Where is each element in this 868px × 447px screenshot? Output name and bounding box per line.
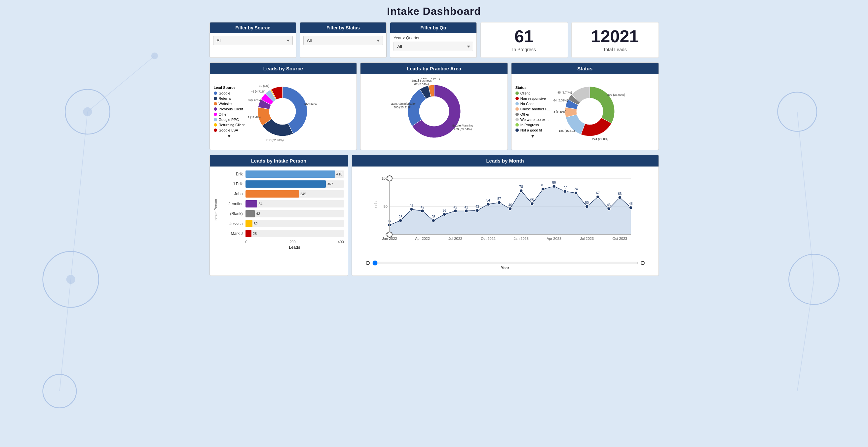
svg-text:54: 54 — [486, 198, 490, 202]
svg-text:420 (43.03%): 420 (43.03%) — [304, 102, 317, 105]
svg-point-1 — [83, 107, 92, 116]
bar-row: Jessica 32 — [219, 220, 344, 227]
bar-value: 367 — [327, 182, 333, 186]
svg-text:48: 48 — [629, 202, 633, 205]
svg-text:55: 55 — [530, 198, 534, 202]
svg-text:42: 42 — [464, 205, 468, 209]
intake-chart-header: Leads by Intake Person — [210, 155, 348, 166]
bottom-charts-row: Leads by Intake Person Intake Person Eri… — [210, 155, 659, 276]
svg-text:86: 86 — [552, 181, 556, 184]
bar-track: 28 — [246, 230, 344, 237]
source-chart-header: Leads by Source — [210, 63, 357, 74]
filter-status-select[interactable]: All Client Non-responsive No Case Chose … — [303, 36, 383, 45]
total-leads-number: 12021 — [591, 28, 639, 45]
bar-value: 32 — [254, 222, 258, 226]
svg-text:46: 46 — [607, 203, 611, 207]
top-charts-row: Leads by Source Lead Source GoogleReferr… — [210, 62, 659, 150]
svg-text:Estate Planning: Estate Planning — [452, 124, 473, 127]
bar-fill — [246, 170, 335, 178]
svg-point-53 — [465, 210, 468, 213]
bar-fill — [246, 190, 299, 198]
svg-point-73 — [574, 191, 578, 195]
svg-point-9 — [778, 92, 817, 131]
status-chart-body: Status ClientNon-responsiveNo CaseChose … — [512, 74, 658, 150]
status-chart-card: Status Status ClientNon-responsiveNo Cas… — [511, 62, 659, 150]
total-leads-label: Total Leads — [603, 47, 627, 52]
svg-point-71 — [563, 190, 566, 193]
svg-point-79 — [607, 207, 610, 211]
status-legend-title: Status — [516, 86, 550, 90]
dashboard-container: Intake Dashboard Filter by Source All Go… — [203, 0, 665, 281]
svg-text:303 (25.21%): 303 (25.21%) — [394, 106, 411, 109]
svg-text:77: 77 — [563, 186, 567, 189]
bar-track: 54 — [246, 200, 344, 207]
filter-source-select[interactable]: All Google Referral Website Previous Cli… — [213, 36, 293, 45]
svg-text:78 (6.49%): 78 (6.49%) — [553, 110, 566, 113]
slider-right-handle[interactable] — [641, 261, 645, 265]
in-progress-number: 61 — [515, 28, 534, 45]
svg-point-2 — [43, 251, 99, 307]
svg-text:25: 25 — [399, 215, 402, 219]
status-legend-item: Client — [516, 91, 550, 95]
filter-stats-row: Filter by Source All Google Referral Web… — [210, 22, 659, 58]
svg-text:81: 81 — [541, 183, 545, 187]
svg-point-63 — [519, 189, 523, 192]
bar-value: 410 — [336, 172, 342, 176]
svg-point-96 — [387, 176, 392, 181]
source-legend-item: Previous Client — [214, 107, 245, 111]
status-legend-item: Non-responsive — [516, 96, 550, 100]
svg-text:274 (22.8%): 274 (22.8%) — [592, 137, 608, 141]
bar-row: Jennifer 54 — [219, 200, 344, 207]
bar-fill — [246, 210, 255, 217]
filter-qtr-card: Filter by Qtr Year > Quarter All 2022 Q1… — [390, 22, 477, 58]
intake-x-axis-title: Leads — [246, 245, 344, 250]
svg-line-6 — [71, 112, 88, 279]
slider-left-handle[interactable] — [366, 261, 370, 265]
filter-status-header: Filter by Status — [300, 23, 386, 33]
svg-text:45 (3.74%): 45 (3.74%) — [557, 91, 572, 94]
svg-text:39 (4%): 39 (4%) — [259, 84, 270, 88]
bar-fill — [246, 181, 326, 188]
svg-point-4 — [43, 374, 76, 408]
intake-chart-body: Intake Person Erik 410 J Erik 367 John 2… — [210, 166, 348, 254]
svg-text:Jul 2022: Jul 2022 — [448, 236, 462, 241]
bar-row: (Blank) 43 — [219, 210, 344, 217]
status-legend-item: Not a good fit — [516, 128, 550, 132]
status-legend-item: Chose another F... — [516, 107, 550, 111]
svg-text:36: 36 — [442, 209, 446, 213]
status-legend-chevron[interactable]: ▼ — [516, 133, 550, 139]
svg-text:45: 45 — [409, 204, 413, 207]
svg-point-3 — [66, 275, 75, 284]
source-legend-item: Google — [214, 91, 245, 95]
svg-point-59 — [497, 201, 501, 204]
year-range-slider[interactable] — [372, 260, 638, 266]
svg-point-51 — [454, 210, 457, 213]
bar-track: 410 — [246, 170, 344, 178]
status-legend: ClientNon-responsiveNo CaseChose another… — [516, 91, 550, 132]
bar-value: 245 — [300, 192, 306, 196]
svg-text:46 (4.71%): 46 (4.71%) — [251, 90, 266, 93]
source-legend-item: Google LSA — [214, 128, 245, 132]
svg-text:185 (15.3...): 185 (15.3...) — [559, 129, 575, 132]
source-chart-card: Leads by Source Lead Source GoogleReferr… — [210, 62, 357, 150]
svg-point-61 — [508, 207, 512, 211]
svg-line-12 — [797, 280, 814, 391]
svg-text:66: 66 — [618, 192, 622, 196]
bar-label: (Blank) — [219, 212, 246, 216]
svg-point-0 — [65, 90, 110, 134]
filter-qtr-select[interactable]: All 2022 Q1 2022 Q2 2022 Q3 2022 Q4 2023… — [394, 42, 473, 51]
svg-text:42: 42 — [420, 205, 424, 209]
bar-value: 54 — [258, 202, 262, 206]
svg-point-95 — [387, 232, 392, 237]
svg-text:217 (22.23%): 217 (22.23%) — [266, 138, 283, 142]
svg-point-65 — [530, 202, 534, 205]
page-title: Intake Dashboard — [210, 5, 659, 18]
svg-text:50: 50 — [383, 204, 387, 209]
source-legend-chevron[interactable]: ▼ — [214, 133, 245, 139]
svg-text:Estate Administration: Estate Administration — [391, 102, 416, 105]
bar-track: 245 — [246, 190, 344, 198]
source-legend: GoogleReferralWebsitePrevious ClientOthe… — [214, 91, 245, 132]
filters-group: Filter by Source All Google Referral Web… — [210, 22, 477, 58]
in-progress-label: In Progress — [512, 47, 536, 52]
svg-text:42: 42 — [453, 205, 457, 209]
